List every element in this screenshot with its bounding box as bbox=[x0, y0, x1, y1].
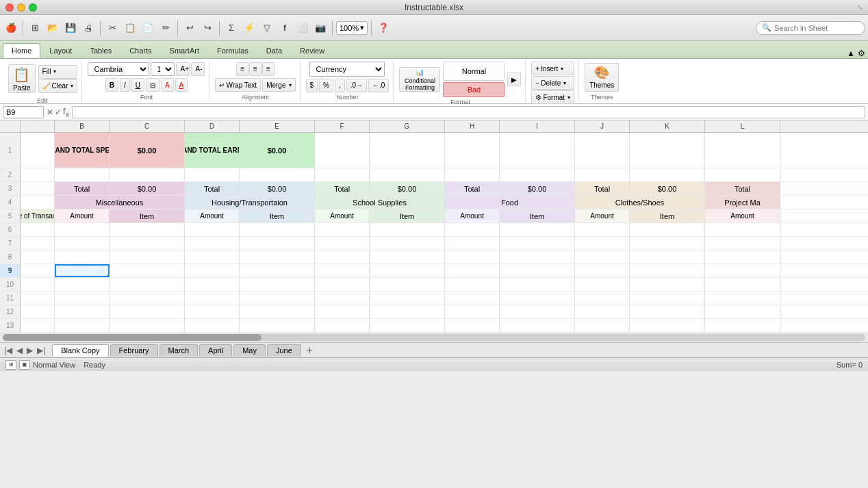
cell-g6[interactable] bbox=[370, 223, 445, 236]
cell-c5-item[interactable]: Item bbox=[110, 209, 185, 222]
cell-j1[interactable] bbox=[575, 133, 630, 168]
open-doc-icon[interactable]: 📂 bbox=[44, 20, 61, 36]
cell-c11[interactable] bbox=[110, 292, 185, 305]
cell-e9[interactable] bbox=[240, 264, 315, 277]
cell-h5-amount[interactable]: Amount bbox=[445, 209, 500, 222]
font-color-button[interactable]: A bbox=[175, 78, 188, 92]
conditional-formatting-button[interactable]: 📊 ConditionalFormatting bbox=[399, 67, 440, 92]
cell-b6[interactable] bbox=[55, 223, 110, 236]
cell-i6[interactable] bbox=[500, 223, 575, 236]
cell-k10[interactable] bbox=[630, 278, 705, 291]
cell-k1[interactable] bbox=[630, 133, 705, 168]
cell-e1-grand-earned-value[interactable]: $0.00 bbox=[240, 133, 315, 168]
cell-i13[interactable] bbox=[500, 319, 575, 332]
apple-menu-icon[interactable]: 🍎 bbox=[3, 20, 19, 36]
cell-h3-total-food[interactable]: Total bbox=[445, 182, 500, 195]
number-format-select[interactable]: Currency General Number Percentage bbox=[309, 62, 385, 77]
cell-a9[interactable] bbox=[21, 264, 55, 277]
cell-g12[interactable] bbox=[370, 305, 445, 318]
cell-l2[interactable] bbox=[705, 168, 780, 181]
cell-l3-total-project[interactable]: Total bbox=[705, 182, 780, 195]
cell-d7[interactable] bbox=[185, 237, 240, 250]
row-num-6[interactable]: 6 bbox=[0, 223, 21, 236]
undo-icon[interactable]: ↩ bbox=[181, 20, 198, 36]
cell-i7[interactable] bbox=[500, 237, 575, 250]
cancel-formula-icon[interactable]: ✕ bbox=[47, 107, 53, 117]
col-header-l[interactable]: L bbox=[705, 120, 780, 132]
cell-e7[interactable] bbox=[240, 237, 315, 250]
cell-e2[interactable] bbox=[240, 168, 315, 181]
format-more-button[interactable]: ▶ bbox=[507, 73, 521, 86]
wrap-text-button[interactable]: ↵ Wrap Text bbox=[215, 78, 261, 92]
delete-button[interactable]: − Delete ▾ bbox=[531, 76, 574, 90]
cell-c6[interactable] bbox=[110, 223, 185, 236]
filter-icon[interactable]: ▽ bbox=[259, 20, 275, 36]
tab-tables[interactable]: Tables bbox=[81, 43, 120, 58]
formula-input[interactable] bbox=[72, 106, 865, 118]
cell-e13[interactable] bbox=[240, 319, 315, 332]
cell-h6[interactable] bbox=[445, 223, 500, 236]
col-header-f[interactable]: F bbox=[315, 120, 370, 132]
cell-l5-amount[interactable]: Amount bbox=[705, 209, 780, 222]
cell-e12[interactable] bbox=[240, 305, 315, 318]
row-num-1[interactable]: 1 bbox=[0, 133, 21, 168]
row-num-3[interactable]: 3 bbox=[0, 182, 21, 195]
cell-k9[interactable] bbox=[630, 264, 705, 277]
cell-d8[interactable] bbox=[185, 251, 240, 264]
cell-j9[interactable] bbox=[575, 264, 630, 277]
cell-i9[interactable] bbox=[500, 264, 575, 277]
horizontal-scrollbar[interactable] bbox=[0, 333, 868, 342]
add-sheet-button[interactable]: + bbox=[303, 344, 317, 357]
cell-i12[interactable] bbox=[500, 305, 575, 318]
cell-hi4-food[interactable]: Food bbox=[445, 196, 575, 209]
row-num-8[interactable]: 8 bbox=[0, 251, 21, 264]
italic-button[interactable]: I bbox=[120, 78, 130, 92]
cell-k5-item[interactable]: Item bbox=[630, 209, 705, 222]
cell-b9-selected[interactable] bbox=[55, 264, 110, 277]
cell-i10[interactable] bbox=[500, 278, 575, 291]
cell-h13[interactable] bbox=[445, 319, 500, 332]
merge-button[interactable]: Merge ▾ bbox=[262, 78, 295, 92]
sheet-tab-february[interactable]: February bbox=[110, 344, 158, 357]
cell-b3-total-misc[interactable]: Total bbox=[55, 182, 110, 195]
fill-button[interactable]: Fill ▾ bbox=[38, 65, 78, 79]
cell-d13[interactable] bbox=[185, 319, 240, 332]
minimize-button[interactable] bbox=[17, 3, 25, 12]
cell-k13[interactable] bbox=[630, 319, 705, 332]
search-box[interactable]: 🔍 bbox=[756, 21, 865, 35]
tab-charts[interactable]: Charts bbox=[120, 43, 160, 58]
cell-g11[interactable] bbox=[370, 292, 445, 305]
cell-de4-housing[interactable]: Housing/Transportaion bbox=[185, 196, 315, 209]
cell-l12[interactable] bbox=[705, 305, 780, 318]
nav-first-icon[interactable]: |◀ bbox=[3, 346, 14, 355]
cell-reference[interactable]: B9 bbox=[3, 106, 44, 118]
cell-f1[interactable] bbox=[315, 133, 370, 168]
cell-c13[interactable] bbox=[110, 319, 185, 332]
underline-button[interactable]: U bbox=[131, 78, 144, 92]
cell-b7[interactable] bbox=[55, 237, 110, 250]
cell-b2[interactable] bbox=[55, 168, 110, 181]
cell-b12[interactable] bbox=[55, 305, 110, 318]
cell-k8[interactable] bbox=[630, 251, 705, 264]
cell-j7[interactable] bbox=[575, 237, 630, 250]
cell-i2[interactable] bbox=[500, 168, 575, 181]
percent-button[interactable]: % bbox=[319, 79, 333, 92]
cell-bc4-misc[interactable]: Miscellaneous bbox=[55, 196, 185, 209]
themes-button[interactable]: 🎨 Themes bbox=[585, 63, 619, 92]
cell-k12[interactable] bbox=[630, 305, 705, 318]
cell-k3-total-clothes-val[interactable]: $0.00 bbox=[630, 182, 705, 195]
cell-e10[interactable] bbox=[240, 278, 315, 291]
cell-c9[interactable] bbox=[110, 264, 185, 277]
nav-prev-icon[interactable]: ◀ bbox=[15, 346, 24, 355]
accept-formula-icon[interactable]: ✓ bbox=[55, 107, 62, 117]
cell-jk4-clothes[interactable]: Clothes/Shoes bbox=[575, 196, 705, 209]
insert-function-icon[interactable]: fx bbox=[63, 106, 69, 118]
col-header-c[interactable]: C bbox=[110, 120, 185, 132]
normal-view-icon[interactable]: ⊞ bbox=[5, 360, 16, 370]
cell-a7[interactable] bbox=[21, 237, 55, 250]
close-button[interactable] bbox=[5, 3, 14, 12]
col-header-g[interactable]: G bbox=[370, 120, 445, 132]
gallery-icon[interactable]: ⬜ bbox=[294, 20, 311, 36]
cell-g8[interactable] bbox=[370, 251, 445, 264]
maximize-button[interactable] bbox=[29, 3, 37, 12]
